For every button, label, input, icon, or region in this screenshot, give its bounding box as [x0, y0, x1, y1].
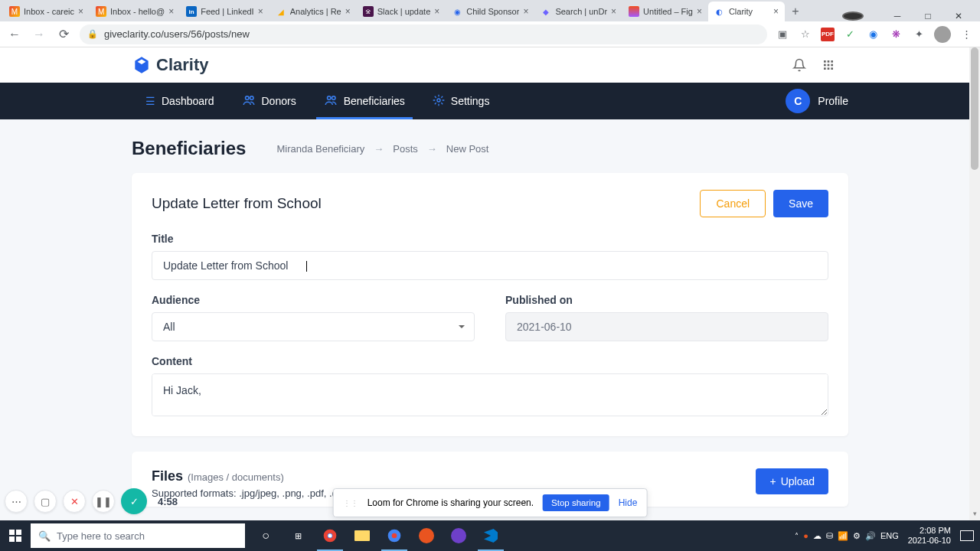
chevron-right-icon: →: [427, 143, 437, 155]
tab-slack[interactable]: ※Slack | update×: [357, 2, 446, 21]
content-textarea[interactable]: Hi Jack, Here is a letter from your spon…: [152, 373, 828, 416]
minimize-button[interactable]: ─: [887, 11, 908, 21]
page-scrollbar[interactable]: ▴ ▾: [969, 47, 980, 520]
maximize-button[interactable]: □: [917, 11, 939, 21]
task-view[interactable]: ⊞: [282, 520, 314, 551]
apps-button[interactable]: [821, 57, 836, 73]
extension-icon[interactable]: ✓: [842, 27, 858, 42]
loom-more-button[interactable]: ⋯: [5, 490, 28, 513]
task-chrome[interactable]: [314, 520, 346, 551]
new-tab-button[interactable]: +: [785, 2, 806, 21]
close-icon[interactable]: ×: [168, 6, 174, 17]
cancel-button[interactable]: Cancel: [700, 190, 766, 217]
address-bar[interactable]: 🔒 giveclarity.co/users/56/posts/new: [80, 24, 767, 44]
svg-point-20: [328, 534, 332, 538]
svg-rect-14: [9, 530, 15, 535]
linkedin-icon: in: [186, 6, 197, 17]
loom-cancel-button[interactable]: ✕: [63, 490, 86, 513]
save-button[interactable]: Save: [773, 190, 828, 217]
loom-record-icon[interactable]: [842, 11, 864, 21]
loom-camera-button[interactable]: ▢: [34, 490, 57, 513]
nav-settings[interactable]: Settings: [419, 83, 504, 119]
audience-select[interactable]: All: [152, 312, 475, 341]
nav-donors[interactable]: Donors: [228, 83, 310, 119]
tab-linkedin[interactable]: inFeed | LinkedI×: [180, 2, 270, 21]
task-ubuntu[interactable]: [410, 520, 443, 551]
close-icon[interactable]: ×: [697, 6, 702, 17]
breadcrumb-item[interactable]: Miranda Beneficiary: [276, 143, 364, 155]
notifications-button[interactable]: [792, 57, 807, 73]
tab-clarity[interactable]: ◐Clarity×: [708, 2, 785, 21]
close-icon[interactable]: ×: [78, 6, 83, 17]
tab-gmail-2[interactable]: MInbox - hello@×: [90, 2, 180, 21]
svg-rect-5: [831, 64, 833, 67]
loom-pause-button[interactable]: ❚❚: [92, 490, 115, 513]
menu-icon: ☰: [145, 95, 155, 107]
reload-button[interactable]: ⟳: [55, 26, 72, 43]
back-button[interactable]: ←: [6, 26, 23, 43]
tab-child-sponsor[interactable]: ◉Child Sponsor×: [446, 2, 534, 21]
close-icon[interactable]: ×: [258, 6, 263, 17]
close-icon[interactable]: ×: [434, 6, 439, 17]
forward-button[interactable]: →: [31, 26, 47, 43]
pdf-extension-icon[interactable]: PDF: [821, 28, 835, 41]
close-icon[interactable]: ×: [773, 6, 779, 17]
hide-share-bar-button[interactable]: Hide: [619, 497, 638, 508]
tray-datetime[interactable]: 2:08 PM 2021-06-10: [903, 526, 956, 546]
share-message: Loom for Chrome is sharing your screen.: [368, 497, 534, 508]
tab-analytics[interactable]: ◢Analytics | Re×: [270, 2, 357, 21]
tab-undraw[interactable]: ◆Search | unDr×: [534, 2, 622, 21]
svg-rect-0: [824, 60, 826, 63]
nav-dashboard[interactable]: ☰Dashboard: [132, 83, 228, 119]
scroll-thumb[interactable]: [971, 47, 978, 170]
tray-cloud-icon[interactable]: ☁: [813, 531, 822, 541]
drag-handle-icon[interactable]: ⋮⋮: [343, 499, 358, 507]
breadcrumb-item[interactable]: Posts: [393, 143, 418, 155]
tab-gmail-1[interactable]: MInbox - careic×: [3, 2, 90, 21]
svg-rect-17: [16, 536, 21, 542]
task-vscode[interactable]: [475, 520, 507, 551]
start-button[interactable]: [0, 520, 31, 551]
tray-lang[interactable]: ENG: [880, 531, 899, 540]
tray-icon[interactable]: ⚙: [853, 531, 861, 541]
extensions-button[interactable]: ✦: [911, 27, 926, 42]
upload-button[interactable]: +Upload: [756, 468, 828, 494]
tray-db-icon[interactable]: ⛁: [826, 531, 833, 541]
menu-button[interactable]: ⋮: [959, 27, 974, 42]
tray-volume-icon[interactable]: 🔊: [865, 531, 876, 541]
tray-notifications[interactable]: [960, 530, 974, 541]
task-explorer[interactable]: [346, 520, 378, 551]
close-icon[interactable]: ×: [523, 6, 528, 17]
breadcrumb: Miranda Beneficiary → Posts → New Post: [276, 143, 488, 155]
loom-confirm-button[interactable]: ✓: [121, 488, 147, 514]
published-date-input[interactable]: 2021-06-10: [505, 312, 828, 341]
tray-expand[interactable]: ˄: [795, 532, 799, 540]
title-input[interactable]: Update Letter from School: [152, 251, 828, 280]
content-label: Content: [152, 355, 828, 367]
nav-profile[interactable]: C Profile: [786, 89, 848, 113]
camera-icon[interactable]: ▣: [775, 27, 790, 42]
close-icon[interactable]: ×: [611, 6, 616, 17]
clarity-logo[interactable]: Clarity: [132, 55, 208, 75]
bookmark-icon[interactable]: ☆: [798, 27, 813, 42]
tray-wifi-icon[interactable]: 📶: [838, 531, 848, 541]
extension-icon[interactable]: ◉: [865, 27, 880, 42]
loom-controls: ⋯ ▢ ✕ ❚❚ ✓ 4:58: [5, 488, 182, 514]
taskbar-search[interactable]: 🔍 Type here to search: [31, 523, 245, 548]
task-github[interactable]: [443, 520, 475, 551]
profile-avatar[interactable]: [934, 26, 951, 43]
task-chrome-2[interactable]: [378, 520, 410, 551]
close-icon[interactable]: ×: [345, 6, 351, 17]
scroll-down-arrow[interactable]: ▾: [969, 510, 980, 520]
tray-icon[interactable]: ●: [803, 531, 808, 540]
close-window-button[interactable]: ✕: [948, 11, 969, 21]
logo-icon: [132, 55, 152, 75]
gear-icon: [433, 94, 445, 109]
tab-figma[interactable]: FUntitled – Fig×: [622, 2, 708, 21]
task-cortana[interactable]: ○: [250, 520, 282, 551]
extension-icon[interactable]: ❋: [888, 27, 903, 42]
nav-beneficiaries[interactable]: Beneficiaries: [310, 83, 419, 119]
svg-rect-1: [828, 60, 830, 63]
stop-sharing-button[interactable]: Stop sharing: [543, 494, 609, 511]
text-cursor: [306, 261, 307, 272]
